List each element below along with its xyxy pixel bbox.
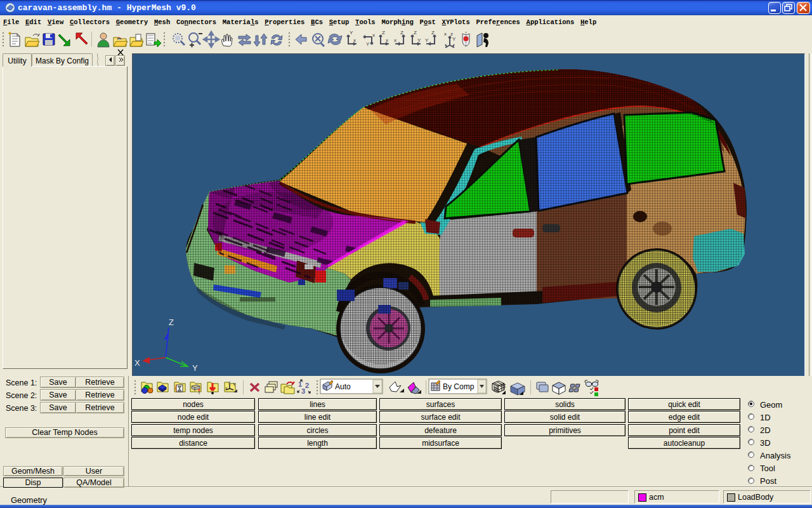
- svg-text:Y: Y: [366, 41, 370, 47]
- svg-text:Z: Z: [414, 30, 417, 36]
- svg-text:x: x: [372, 32, 375, 38]
- svg-text:x: x: [386, 37, 388, 43]
- svg-text:x: x: [444, 31, 447, 37]
- svg-text:Z: Z: [431, 30, 435, 36]
- svg-text:Y: Y: [350, 30, 353, 36]
- svg-text:Y: Y: [425, 37, 429, 43]
- svg-text:Z: Z: [382, 30, 385, 36]
- svg-text:x: x: [394, 37, 396, 43]
- svg-text:Y: Y: [417, 37, 421, 43]
- svg-text:Z: Z: [400, 30, 403, 36]
- svg-text:x: x: [225, 386, 228, 391]
- svg-text:z: z: [228, 380, 231, 385]
- svg-text:Y: Y: [452, 36, 456, 42]
- svg-text:3: 3: [301, 387, 305, 395]
- svg-text:Y: Y: [192, 363, 198, 373]
- svg-text:X: X: [134, 358, 140, 368]
- svg-text:2: 2: [305, 382, 309, 389]
- svg-text:Z: Z: [169, 318, 174, 327]
- svg-text:t: t: [199, 391, 200, 395]
- svg-text:Y: Y: [233, 382, 236, 387]
- svg-text:x: x: [353, 37, 356, 43]
- svg-text:Auto: Auto: [335, 382, 351, 391]
- svg-text:By Comp: By Comp: [443, 382, 475, 391]
